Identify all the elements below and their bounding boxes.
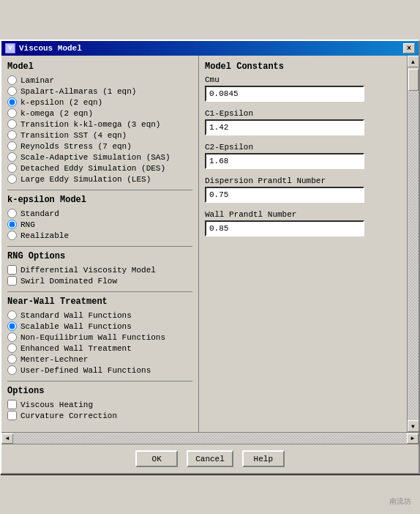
main-content: Model Laminar Spalart-Allmaras (1 eqn) k… <box>1 56 419 432</box>
radio-user-defined: User-Defined Wall Functions <box>7 365 192 375</box>
radio-standard-wall: Standard Wall Functions <box>7 310 192 320</box>
scroll-thumb[interactable] <box>408 69 419 91</box>
radio-rng: RNG <box>7 220 192 229</box>
radio-standard-input[interactable] <box>7 209 17 218</box>
scroll-left-arrow[interactable]: ◄ <box>1 433 13 444</box>
divider-4 <box>7 381 192 381</box>
radio-enhanced-input[interactable] <box>7 343 17 353</box>
radio-des: Detached Eddy Simulation (DES) <box>7 163 192 173</box>
bottom-scrollbar: ◄ ► <box>1 432 419 444</box>
window-icon: V <box>5 43 15 53</box>
radio-des-label: Detached Eddy Simulation (DES) <box>20 164 165 173</box>
scroll-right-arrow[interactable]: ► <box>407 433 419 444</box>
radio-sas-label: Scale-Adaptive Simulation (SAS) <box>20 153 170 162</box>
window-title: Viscous Model <box>19 44 82 53</box>
scroll-track <box>408 67 419 420</box>
close-button[interactable]: × <box>403 43 415 53</box>
radio-des-input[interactable] <box>7 163 17 173</box>
field-cmu: Cmu <box>205 75 401 102</box>
radio-rng-input[interactable] <box>7 220 17 229</box>
radio-sas: Scale-Adaptive Simulation (SAS) <box>7 152 192 162</box>
radio-realizable-input[interactable] <box>7 231 17 240</box>
divider-3 <box>7 291 192 292</box>
scroll-down-arrow[interactable]: ▼ <box>408 420 419 432</box>
divider-2 <box>7 246 192 247</box>
checkbox-diff-viscosity: Differential Viscosity Model <box>7 265 192 275</box>
left-panel: Model Laminar Spalart-Allmaras (1 eqn) k… <box>1 56 199 432</box>
checkbox-viscous-heating-label: Viscous Heating <box>20 401 93 409</box>
radio-komega: k-omega (2 eqn) <box>7 108 192 118</box>
radio-enhanced-label: Enhanced Wall Treatment <box>20 344 132 353</box>
radio-komega-label: k-omega (2 eqn) <box>20 109 93 118</box>
radio-laminar-input[interactable] <box>7 75 17 85</box>
radio-transition-sst: Transition SST (4 eqn) <box>7 130 192 140</box>
radio-standard-wall-input[interactable] <box>7 310 17 320</box>
radio-user-defined-label: User-Defined Wall Functions <box>20 366 151 375</box>
checkbox-viscous-heating: Viscous Heating <box>7 400 192 409</box>
model-radio-group: Laminar Spalart-Allmaras (1 eqn) k-epsil… <box>7 75 192 184</box>
bottom-scroll-track <box>13 433 407 444</box>
right-scrollbar: ▲ ▼ <box>407 56 419 432</box>
checkbox-diff-viscosity-label: Differential Viscosity Model <box>20 266 156 275</box>
radio-transition-kl: Transition k-kl-omega (3 eqn) <box>7 119 192 129</box>
radio-spalart-label: Spalart-Allmaras (1 eqn) <box>20 87 136 96</box>
radio-menter-input[interactable] <box>7 354 17 364</box>
radio-reynolds: Reynolds Stress (7 eqn) <box>7 141 192 151</box>
rng-section-label: RNG Options <box>7 251 192 261</box>
checkbox-viscous-heating-input[interactable] <box>7 400 17 409</box>
viscous-model-window: V Viscous Model × Model Laminar Spalart-… <box>0 40 420 474</box>
title-bar: V Viscous Model × <box>1 41 419 56</box>
nearwall-radio-group: Standard Wall Functions Scalable Wall Fu… <box>7 310 192 375</box>
scroll-up-arrow[interactable]: ▲ <box>408 56 419 67</box>
model-constants-label: Model Constants <box>205 62 401 72</box>
options-section-label: Options <box>7 386 192 396</box>
radio-transition-sst-input[interactable] <box>7 130 17 140</box>
cancel-button[interactable]: Cancel <box>187 450 233 467</box>
radio-transition-kl-input[interactable] <box>7 119 17 129</box>
checkbox-swirl-label: Swirl Dominated Flow <box>20 277 117 286</box>
field-dispersion-input[interactable] <box>205 187 364 203</box>
radio-transition-kl-label: Transition k-kl-omega (3 eqn) <box>20 120 160 129</box>
radio-realizable: Realizable <box>7 231 192 240</box>
radio-scalable-wall-input[interactable] <box>7 321 17 331</box>
field-wall-prandtl: Wall Prandtl Number <box>205 210 401 236</box>
checkbox-diff-viscosity-input[interactable] <box>7 265 17 275</box>
nearwall-section-label: Near-Wall Treatment <box>7 297 192 307</box>
radio-standard: Standard <box>7 209 192 218</box>
field-wall-prandtl-input[interactable] <box>205 220 364 236</box>
field-c1epsilon-input[interactable] <box>205 119 364 135</box>
checkbox-curvature-input[interactable] <box>7 411 17 420</box>
help-button[interactable]: Help <box>242 450 285 467</box>
checkbox-swirl-input[interactable] <box>7 276 17 286</box>
radio-laminar: Laminar <box>7 75 192 85</box>
radio-enhanced: Enhanced Wall Treatment <box>7 343 192 353</box>
radio-reynolds-input[interactable] <box>7 141 17 151</box>
radio-sas-input[interactable] <box>7 152 17 162</box>
radio-non-equil-input[interactable] <box>7 332 17 342</box>
field-cmu-input[interactable] <box>205 86 364 102</box>
radio-komega-input[interactable] <box>7 108 17 118</box>
radio-transition-sst-label: Transition SST (4 eqn) <box>20 131 127 140</box>
divider-1 <box>7 190 192 190</box>
radio-realizable-label: Realizable <box>20 231 69 240</box>
bottom-bar: OK Cancel Help 南流坊 <box>1 444 419 473</box>
checkbox-curvature: Curvature Correction <box>7 411 192 420</box>
field-c2epsilon-input[interactable] <box>205 153 364 169</box>
radio-rng-label: RNG <box>20 220 35 229</box>
right-panel: Model Constants Cmu C1-Epsilon C2-Epsilo… <box>199 56 407 432</box>
radio-kepsilon-input[interactable] <box>7 97 17 107</box>
radio-les-input[interactable] <box>7 174 17 184</box>
radio-spalart-input[interactable] <box>7 86 17 96</box>
radio-kepsilon-label: k-epsilon (2 eqn) <box>20 98 102 107</box>
field-c2epsilon: C2-Epsilon <box>205 143 401 169</box>
checkbox-curvature-label: Curvature Correction <box>20 411 117 420</box>
ok-button[interactable]: OK <box>135 450 178 467</box>
field-c2epsilon-label: C2-Epsilon <box>205 143 401 152</box>
field-dispersion: Dispersion Prandtl Number <box>205 176 401 203</box>
radio-user-defined-input[interactable] <box>7 365 17 375</box>
field-c1epsilon: C1-Epsilon <box>205 109 401 135</box>
radio-kepsilon: k-epsilon (2 eqn) <box>7 97 192 107</box>
radio-menter: Menter-Lechner <box>7 354 192 364</box>
radio-laminar-label: Laminar <box>20 76 54 85</box>
radio-les: Large Eddy Simulation (LES) <box>7 174 192 184</box>
